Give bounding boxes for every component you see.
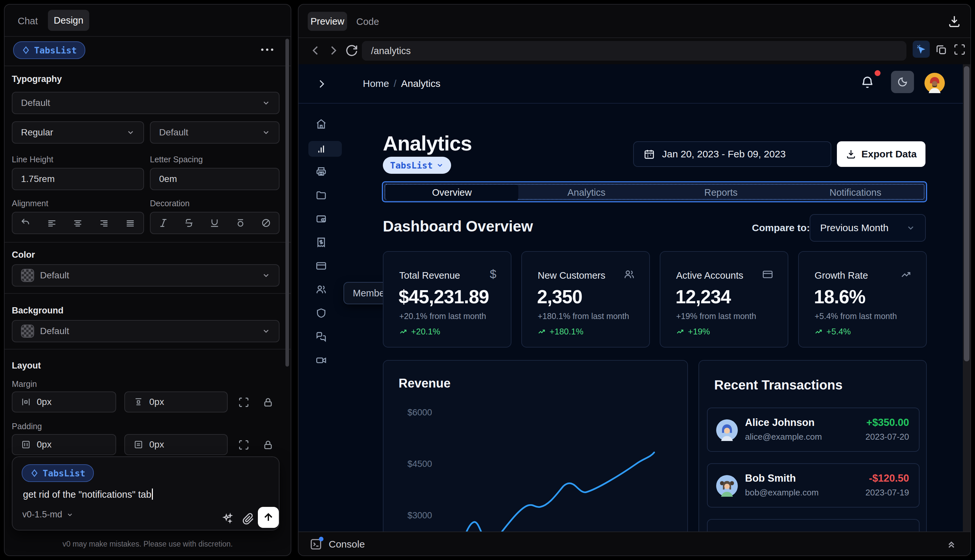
prompt-input[interactable]: get rid of the "notifications" tab [23,488,153,500]
tab-reports[interactable]: Reports [654,185,787,200]
align-justify-icon[interactable] [125,218,135,228]
color-select[interactable]: Default [12,264,279,287]
margin-y-input[interactable]: 0px [124,392,228,412]
padding-y-input[interactable]: 0px [124,434,228,455]
export-data-button[interactable]: Export Data [837,141,925,167]
paperclip-icon[interactable] [242,512,255,525]
inspect-tool-button[interactable] [913,41,930,58]
tab-chat[interactable]: Chat [18,16,38,27]
chevrons-up-icon[interactable] [945,538,957,550]
send-button[interactable] [258,507,279,528]
padding-x-icon [21,440,31,450]
copy-icon[interactable] [935,43,947,56]
date-range-picker[interactable]: Jan 20, 2023 - Feb 09, 2023 [633,141,831,167]
home-icon[interactable] [316,118,327,130]
background-select[interactable]: Default [12,320,279,342]
model-selector[interactable]: v0-1.5-md [22,510,73,520]
breadcrumb-home[interactable]: Home [363,78,389,89]
composer-context-chip[interactable]: TabsList [22,464,94,482]
breadcrumb-current: Analytics [401,78,440,89]
bar-chart-icon[interactable] [316,143,327,155]
chevron-down-icon [262,271,270,280]
padding-lock-icon[interactable] [262,439,274,450]
trending-up-icon [900,269,912,280]
font-select[interactable]: Default [12,92,279,114]
users-icon[interactable] [316,284,327,295]
theme-toggle-button[interactable] [891,71,914,93]
padding-x-input[interactable]: 0px [12,434,116,455]
forward-icon[interactable] [327,43,340,58]
tab-design[interactable]: Design [48,10,89,31]
tab-preview[interactable]: Preview [308,12,347,31]
letter-spacing-input[interactable]: 0em [150,168,279,190]
padding-expand-icon[interactable] [238,439,249,450]
tab-notifications[interactable]: Notifications [789,185,922,200]
chevron-down-icon [436,161,444,169]
chevron-down-icon [262,99,270,107]
text-caret [152,488,153,500]
tab-analytics[interactable]: Analytics [520,185,653,200]
messages-icon[interactable] [316,331,327,342]
sparkles-icon[interactable] [221,512,234,525]
printer-icon[interactable] [316,166,327,177]
divider [5,36,290,37]
transaction-row[interactable]: Bob Smith bob@example.com -$120.50 2023-… [707,463,920,508]
decoration-label: Decoration [150,199,190,208]
italic-icon[interactable] [158,218,169,228]
folder-icon[interactable] [316,190,327,201]
url-input[interactable]: /analytics [362,41,907,61]
credit-card-icon[interactable] [316,260,327,272]
trend-up-icon [538,328,546,336]
diamond-icon [22,46,30,55]
margin-label: Margin [12,379,37,389]
font-size-select[interactable]: Default [150,121,279,143]
align-left-icon[interactable] [47,218,57,228]
typography-section-label: Typography [12,74,62,84]
breadcrumb: Home / Analytics [363,78,440,89]
margin-x-input[interactable]: 0px [12,392,116,412]
no-decoration-icon[interactable] [261,218,271,228]
selected-component-chip[interactable]: TabsList [13,41,85,59]
panel-scrollbar[interactable] [285,39,289,367]
more-menu-icon[interactable] [261,48,273,51]
download-icon[interactable] [947,15,961,28]
margin-lock-icon[interactable] [262,397,274,408]
compare-select[interactable]: Previous Month [810,214,926,242]
section-title: Dashboard Overview [383,217,533,235]
refresh-icon[interactable] [345,44,358,57]
layout-section-label: Layout [12,361,41,371]
sidebar-toggle-icon[interactable] [316,77,327,90]
font-weight-select[interactable]: Regular [12,121,144,143]
chevron-down-icon [262,327,270,335]
trend-up-icon [815,328,823,336]
chat-composer[interactable]: TabsList get rid of the "notifications" … [12,457,279,530]
underline-icon[interactable] [209,218,220,228]
user-avatar[interactable] [925,73,945,93]
fullscreen-icon[interactable] [953,43,966,56]
strikethrough-icon[interactable] [184,218,194,228]
bell-icon[interactable] [860,75,875,90]
overline-icon[interactable] [235,218,246,228]
background-swatch [21,325,34,338]
tab-code[interactable]: Code [356,17,379,27]
shield-icon[interactable] [316,308,327,319]
console-bar[interactable]: Console [299,532,970,555]
tab-overview[interactable]: Overview [386,185,518,200]
wallet-icon[interactable] [316,213,327,224]
video-icon[interactable] [316,355,327,366]
transactions-card: Recent Transactions Alice Johnson alice@… [698,360,927,555]
back-icon[interactable] [309,43,322,58]
margin-expand-icon[interactable] [238,397,249,408]
diamond-icon [30,469,39,477]
line-height-input[interactable]: 1.75rem [12,168,144,190]
align-center-icon[interactable] [72,218,83,228]
receipt-icon[interactable] [316,237,327,248]
transaction-row[interactable]: Alice Johnson alice@example.com +$350.00… [707,408,920,452]
align-right-icon[interactable] [99,218,109,228]
color-swatch [21,269,34,282]
download-icon [846,149,856,159]
dollar-icon: $ [490,268,496,281]
undo-icon[interactable] [20,218,31,228]
preview-scrollbar[interactable] [963,64,970,535]
selected-component-badge[interactable]: TabsList [383,157,451,174]
